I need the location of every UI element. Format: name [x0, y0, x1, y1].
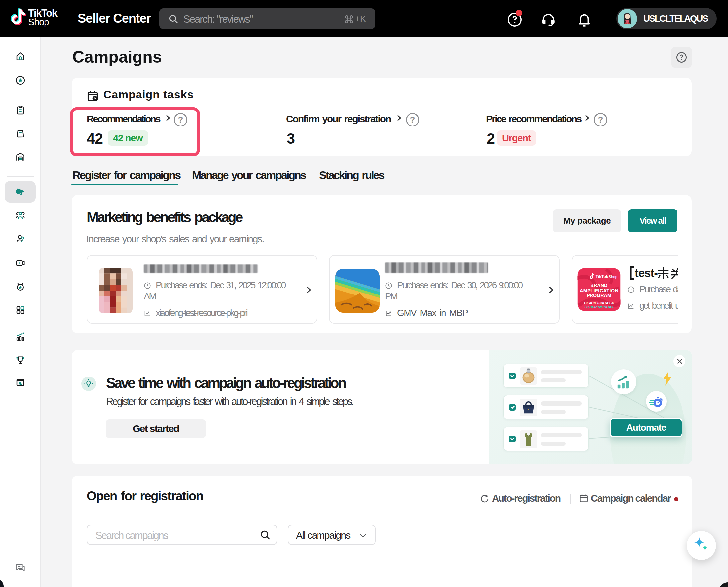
svg-text:AMPLIFICATION: AMPLIFICATION [579, 288, 618, 293]
svg-text:BLACK FRIDAY &: BLACK FRIDAY & [584, 302, 614, 305]
svg-text:TikTok: TikTok [596, 274, 609, 279]
svg-text:CYBER MONDAY: CYBER MONDAY [584, 305, 614, 309]
svg-text:BRAND: BRAND [591, 283, 608, 288]
svg-text:Shop: Shop [609, 275, 617, 279]
svg-text:PROGRAM: PROGRAM [587, 293, 611, 298]
